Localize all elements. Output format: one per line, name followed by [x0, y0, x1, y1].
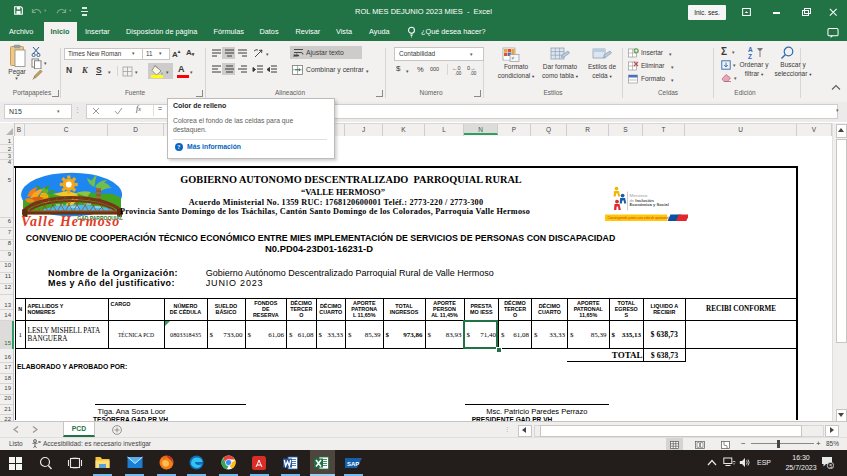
- svg-text:?: ?: [177, 144, 180, 150]
